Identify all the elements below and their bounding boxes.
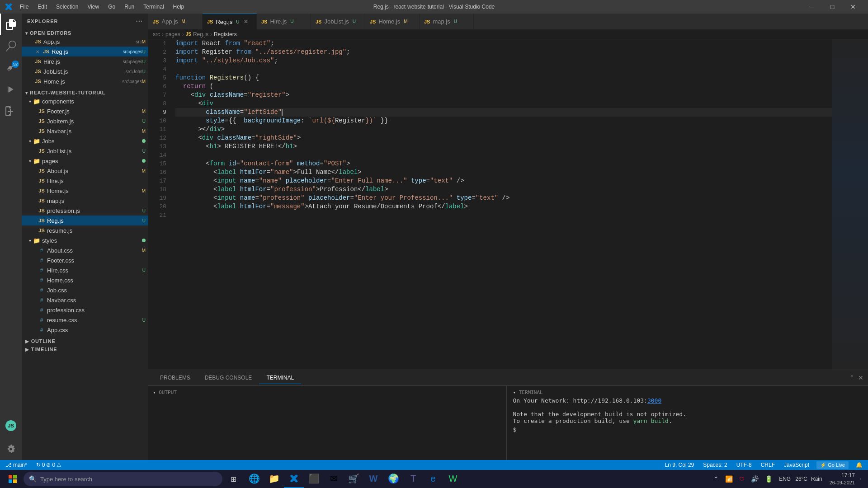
pinned-app-store[interactable]: 🛒 [344,470,363,488]
activity-source-control[interactable]: 52 [0,57,22,79]
menu-terminal[interactable]: Terminal [140,3,167,11]
activity-search[interactable] [0,35,22,57]
network-icon[interactable]: 📶 [723,474,735,483]
task-view-button[interactable]: ⊞ [224,470,242,488]
panel-maximize-icon[interactable]: ⌃ [849,374,854,381]
close-icon[interactable]: ✕ [34,49,41,54]
status-notifications[interactable]: 🔔 [854,462,864,468]
language-tray[interactable]: ENG [777,476,793,482]
tab-mapjs[interactable]: JS map.js U [420,14,474,29]
pinned-app-edge[interactable]: 🌐 [244,470,264,488]
folder-pages[interactable]: ▾ 📁 pages [22,156,148,166]
file-aboutjs[interactable]: JS About.js M [22,166,148,176]
antivirus-icon[interactable]: 🛡 [737,475,746,483]
file-joblistjs[interactable]: JS JobList.js U [22,146,148,156]
battery-icon[interactable]: 🔋 [763,474,774,483]
folder-styles[interactable]: ▾ 📁 styles [22,235,148,245]
code-content[interactable]: import React from "react"; import Regist… [171,39,832,370]
status-spaces[interactable]: Spaces: 2 [701,462,729,468]
breadcrumb-regjs[interactable]: Reg.js [193,31,208,38]
breadcrumb-src[interactable]: src [153,31,160,38]
tab-homejs[interactable]: JS Home.js M [365,14,420,29]
panel-tab-debug[interactable]: DEBUG CONSOLE [198,372,259,384]
pinned-app-teams[interactable]: T [403,470,423,488]
file-jobcss[interactable]: # Job.css [22,285,148,295]
minimize-button[interactable]: ─ [801,0,822,14]
status-position[interactable]: Ln 9, Col 29 [663,462,696,468]
activity-run[interactable] [0,79,22,100]
outline-header[interactable]: ▶ OUTLINE [22,337,148,345]
file-professioncss[interactable]: # profession.css [22,305,148,315]
open-editor-hirejs[interactable]: JS Hire.js src\pages U [22,56,148,66]
file-navbarcss[interactable]: # Navbar.css [22,295,148,305]
pinned-app-whatsapp[interactable]: W [443,470,463,488]
activity-extensions[interactable] [0,100,22,122]
file-homecss[interactable]: # Home.css [22,275,148,285]
panel-close-icon[interactable]: ✕ [858,374,863,381]
show-desktop-button[interactable] [860,478,864,480]
code-editor[interactable]: 1 2 3 4 5 6 7 8 9 10 11 12 13 14 15 16 1 [148,39,868,370]
file-footercss[interactable]: # Footer.css [22,255,148,265]
open-editor-homejs[interactable]: JS Home.js src\pages M [22,76,148,86]
menu-run[interactable]: Run [121,3,138,11]
file-hirecss[interactable]: # Hire.css U [22,265,148,275]
breadcrumb-pages[interactable]: pages [165,31,180,38]
volume-icon[interactable]: 🔊 [749,474,760,483]
folder-jobs[interactable]: ▾ 📁 Jobs [22,136,148,146]
panel-tab-problems[interactable]: PROBLEMS [153,372,198,384]
file-resumejs[interactable]: JS resume.js [22,225,148,235]
activity-settings[interactable] [0,438,22,460]
file-navbarjs[interactable]: JS Navbar.js M [22,126,148,136]
activity-avatar[interactable]: JS [0,415,22,436]
open-editor-joblistjs[interactable]: JS JobList.js src\Jobs U [22,66,148,76]
open-editor-regjs[interactable]: ✕ JS Reg.js src\pages U [22,47,148,56]
pinned-app-vscode[interactable] [284,470,304,488]
maximize-button[interactable]: □ [822,0,843,14]
folder-components[interactable]: ▾ 📁 components [22,96,148,106]
taskbar-search-bar[interactable]: 🔍 Type here to search [24,472,222,486]
menu-go[interactable]: Go [104,3,119,11]
file-aboutcss[interactable]: # About.css M [22,245,148,255]
terminal-port-link[interactable]: 3000 [647,397,661,404]
output-label[interactable]: ▾ OUTPUT [153,389,502,395]
tab-hirejs[interactable]: JS Hire.js U [257,14,311,29]
file-professionjs[interactable]: JS profession.js U [22,206,148,216]
open-editor-appjs[interactable]: JS App.js src M [22,37,148,47]
menu-edit[interactable]: Edit [34,3,51,11]
file-hirejs[interactable]: JS Hire.js [22,176,148,186]
pinned-app-chrome[interactable]: 🌍 [383,470,403,488]
activity-explorer[interactable] [0,14,22,35]
menu-selection[interactable]: Selection [52,3,82,11]
file-regjs[interactable]: JS Reg.js U [22,216,148,225]
chevron-up-icon[interactable]: ⌃ [712,474,721,483]
panel-tab-terminal[interactable]: TERMINAL [259,372,301,384]
project-header[interactable]: ▾ REACT-WEBSITE-TUTORIAL [22,88,148,96]
status-sync[interactable]: ↻ 0 ⊘ 0 ⚠ [34,462,63,468]
sidebar-actions[interactable]: ··· [136,17,143,25]
status-language[interactable]: JavaScript [782,462,811,468]
timeline-header[interactable]: ▶ TIMELINE [22,345,148,353]
start-button[interactable] [4,470,22,488]
status-encoding[interactable]: UTF-8 [735,462,754,468]
open-editors-header[interactable]: ▾ Open Editors [22,28,148,37]
status-line-ending[interactable]: CRLF [759,462,777,468]
pinned-app-word[interactable]: W [363,470,383,488]
pinned-app-edge2[interactable]: e [423,470,443,488]
tab-appjs[interactable]: JS App.js M [148,14,203,29]
file-resumecss[interactable]: # resume.css U [22,315,148,325]
pinned-app-explorer[interactable]: 📁 [264,470,284,488]
file-homejs[interactable]: JS Home.js M [22,186,148,196]
go-live-button[interactable]: ⚡ Go Live [816,461,849,469]
file-appcss[interactable]: # App.css [22,325,148,335]
file-jobitemjs[interactable]: JS JobItem.js U [22,116,148,126]
tab-regjs[interactable]: JS Reg.js U ✕ [203,14,257,29]
menu-help[interactable]: Help [170,3,188,11]
status-branch[interactable]: ⎇ main* [4,462,29,468]
menu-file[interactable]: File [16,3,32,11]
tab-joblistjs[interactable]: JS JobList.js U [311,14,365,29]
terminal-section[interactable]: ▾ TERMINAL On Your Network: http://192.1… [507,386,868,460]
close-button[interactable]: ✕ [843,0,863,14]
menu-view[interactable]: View [84,3,103,11]
file-footerjs[interactable]: JS Footer.js M [22,106,148,116]
file-mapjs[interactable]: JS map.js [22,196,148,206]
